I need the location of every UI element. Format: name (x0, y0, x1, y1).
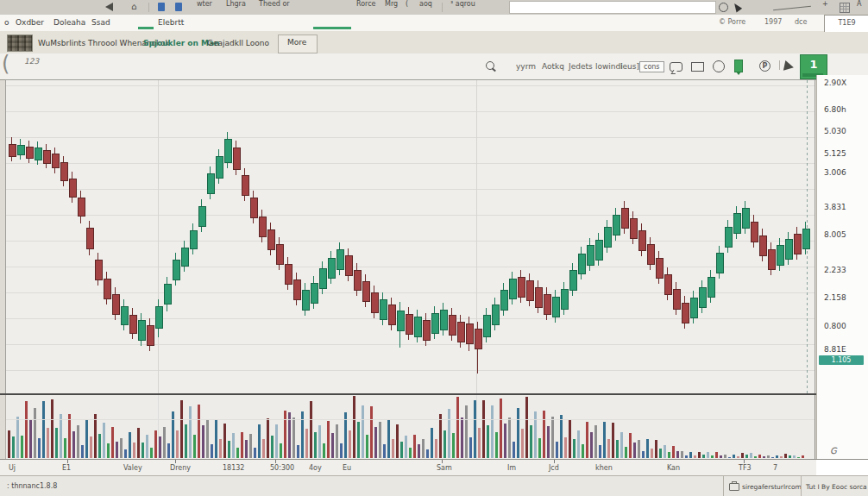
candle (164, 284, 172, 305)
volume-bar (720, 455, 722, 458)
toolbar-label[interactable]: Aotkq (542, 62, 564, 71)
volume-bar (94, 414, 97, 458)
volume-bar (64, 438, 66, 458)
axis-tick (744, 460, 745, 463)
gridline (476, 395, 477, 459)
price-axis-label: 8.005 (824, 230, 846, 239)
volume-bar (12, 436, 15, 458)
marker-icon[interactable] (734, 60, 743, 72)
tool-p-icon[interactable]: P (759, 60, 771, 72)
volume-bar (120, 438, 123, 458)
toolbar-label[interactable]: wter (197, 0, 212, 8)
price-axis-label: 2.90X (824, 78, 846, 87)
volume-bar (530, 425, 532, 458)
chart-panel[interactable] (5, 79, 815, 395)
volume-bar (638, 440, 640, 458)
back-icon[interactable] (105, 3, 113, 11)
volume-bar (625, 447, 627, 458)
candle (406, 314, 413, 335)
volume-bar (236, 448, 239, 458)
tab-more[interactable]: More (278, 35, 318, 53)
address-input[interactable] (509, 1, 716, 14)
toolbar-label[interactable]: Rorce (356, 0, 376, 8)
toolbar-label[interactable]: + (822, 0, 828, 8)
right-tab[interactable]: T1E9 (824, 15, 868, 32)
candle (518, 277, 525, 298)
candle (337, 249, 344, 270)
volume-bar (340, 443, 343, 458)
menu-item[interactable]: Oxdber (16, 18, 44, 27)
candle (52, 154, 60, 168)
volume-bar (202, 425, 204, 458)
candle (509, 279, 517, 299)
volume-bar (456, 397, 459, 458)
toolbar-label[interactable]: Theed or (259, 0, 290, 8)
volume-bar (254, 448, 256, 458)
toolbar-label[interactable]: lowindi (595, 62, 623, 71)
time-axis-label: Uj (9, 464, 16, 472)
volume-bar (366, 435, 368, 458)
corner-badge-icon[interactable]: G (830, 446, 837, 455)
candle (587, 245, 594, 266)
volume-bar (323, 443, 325, 458)
price-axis-label: 8.81E (824, 345, 846, 354)
volume-bar (379, 422, 381, 458)
candle (544, 294, 551, 315)
toolbar-label[interactable]: ( (406, 0, 408, 8)
volume-bar (504, 424, 506, 458)
price-axis[interactable]: 2.90X6.80h5.0305.1253.0063.8318.0052.233… (816, 75, 868, 460)
candle (285, 264, 292, 285)
clock-icon[interactable] (719, 3, 728, 12)
volume-bar (689, 452, 692, 458)
toolbar-label[interactable]: ³ aqrou (450, 0, 475, 8)
candle (112, 294, 120, 315)
volume-panel[interactable] (5, 395, 815, 459)
toolbar-label[interactable]: Lhgra (226, 0, 246, 8)
volume-bar (776, 455, 778, 458)
toolbar-boxed-button[interactable]: cons (639, 61, 664, 72)
toolbar-label[interactable]: Jedets (569, 62, 593, 71)
time-axis-label: Kan (667, 464, 680, 472)
search-icon[interactable] (486, 61, 494, 70)
toolbar-label[interactable]: A (857, 0, 861, 8)
candle (43, 150, 51, 164)
toolbar-label[interactable]: aoq (419, 0, 432, 8)
home-icon[interactable]: ⌂ (131, 2, 136, 11)
volume-bar (612, 423, 614, 458)
candle (267, 229, 275, 250)
time-axis[interactable]: UjE1ValeyDreny1813250:3004oyEuSamImJcdkh… (0, 459, 816, 476)
volume-bar (85, 420, 88, 458)
toolbar-label[interactable]: leus] (620, 62, 639, 71)
volume-bar (582, 444, 584, 458)
volume-bar (556, 442, 558, 458)
candle (86, 228, 94, 249)
bookmark-icon[interactable] (175, 3, 182, 11)
menu-item[interactable]: o (4, 18, 9, 27)
status-site-text[interactable]: siregafersturlrcom (742, 483, 802, 491)
menu-item[interactable]: Elebrtt (158, 18, 184, 27)
ellipse-icon[interactable] (713, 60, 725, 72)
volume-bar (318, 425, 321, 458)
volume-bar (29, 420, 32, 458)
bookmark-icon[interactable] (158, 3, 165, 11)
volume-bar (780, 456, 783, 458)
candle (207, 173, 215, 194)
rect-icon[interactable] (691, 62, 704, 72)
menu-item[interactable]: Doleaha (53, 18, 85, 27)
candle (431, 313, 439, 334)
volume-bar (594, 425, 597, 458)
volume-bar (129, 432, 131, 459)
toolbar-label[interactable]: Mrg (385, 0, 398, 8)
candle (9, 144, 16, 157)
toolbar-label[interactable]: yyrm (516, 62, 536, 71)
menu-item[interactable]: Ssad (91, 18, 110, 27)
price-axis-label: 5.030 (824, 127, 846, 135)
volume-bar (387, 420, 390, 458)
time-axis-label: 18132 (223, 464, 244, 472)
volume-bar (577, 430, 580, 458)
bubble-icon[interactable] (670, 62, 682, 72)
tab-item[interactable]: Geajadkll Loono (207, 39, 269, 47)
status-divider (801, 476, 802, 496)
time-axis-corner (816, 459, 868, 476)
grid-icon[interactable] (840, 3, 850, 13)
